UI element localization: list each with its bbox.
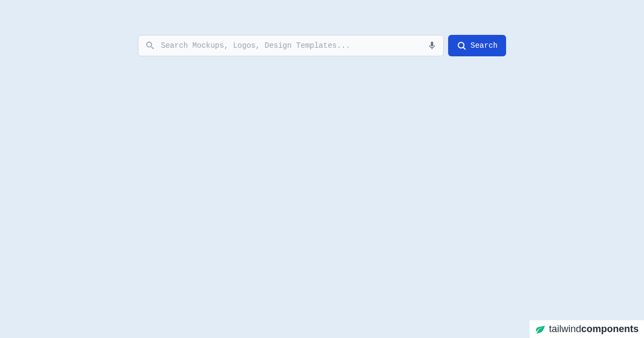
microphone-icon[interactable] [427, 41, 437, 50]
search-icon [457, 41, 466, 50]
search-box [138, 35, 444, 56]
svg-line-1 [463, 47, 465, 49]
leaf-icon [535, 324, 546, 335]
search-button-label: Search [471, 41, 497, 50]
brand-text: tailwindcomponents [549, 324, 639, 335]
search-icon [145, 40, 156, 51]
brand-text-bold: components [581, 324, 639, 334]
search-container: Search [0, 0, 644, 56]
search-input[interactable] [156, 41, 427, 50]
search-button[interactable]: Search [448, 35, 506, 56]
brand-text-light: tailwind [549, 324, 581, 334]
footer-brand-logo: tailwindcomponents [530, 320, 644, 338]
